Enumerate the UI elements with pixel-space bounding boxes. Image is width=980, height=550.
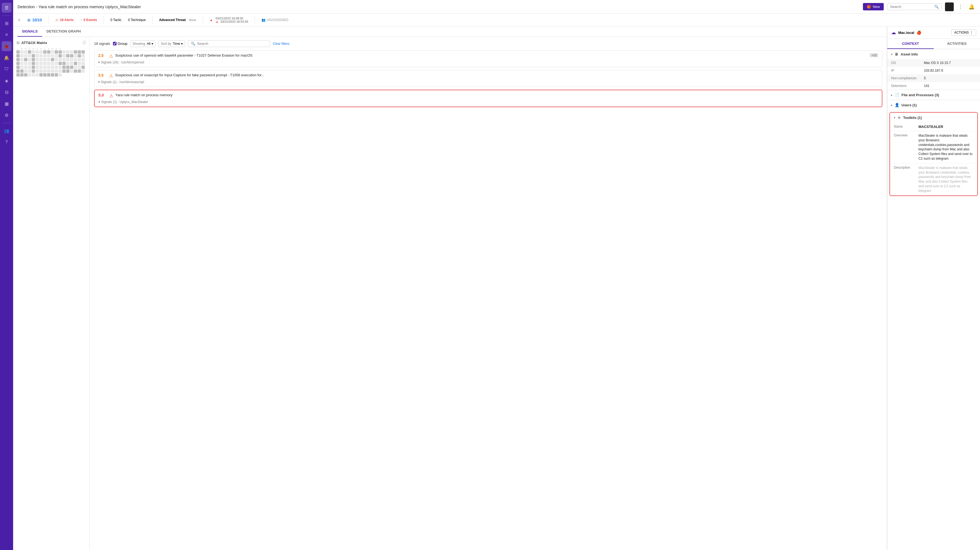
signals-toolbar: 18 signals Group Showing All ▾ Sort by: [94, 40, 882, 47]
showing-dropdown[interactable]: Showing All ▾: [130, 40, 156, 47]
sidebar-shield-icon[interactable]: 🛡: [2, 64, 11, 74]
os-label: OS: [891, 61, 924, 65]
matrix-cell: [16, 70, 20, 73]
group-checkbox[interactable]: [113, 42, 116, 45]
matrix-cell: [43, 50, 46, 54]
actions-label: ACTIONS: [954, 31, 969, 35]
search-input[interactable]: [890, 5, 933, 9]
tactic-item: 0 Tactic: [110, 18, 121, 22]
user-icon: 👤: [895, 103, 899, 107]
ml-p1: P: [24, 48, 27, 50]
matrix-cell: [24, 66, 27, 69]
score-icon: ⊕: [27, 17, 31, 23]
users-title: Users (1): [902, 103, 917, 107]
matrix-cell: [32, 50, 35, 54]
assigned-item: 👥 UNASSIGNED: [261, 18, 288, 22]
matrix-cell: [59, 66, 62, 69]
matrix-cell: [70, 66, 73, 69]
tab-signals[interactable]: SIGNALS: [18, 27, 42, 36]
technique-item: 0 Technique: [128, 18, 146, 22]
assigned-label: UNASSIGNED: [267, 18, 288, 22]
tk-overview-value: MacStealer is malware that steals your B…: [918, 133, 974, 161]
matrix-cell: [43, 58, 46, 61]
new-button[interactable]: 🎁 New: [863, 3, 884, 10]
actions-button[interactable]: ACTIONS ⋮: [951, 29, 976, 36]
tk-description-value: MacStealer is malware that steals your B…: [918, 166, 974, 193]
alerts-count: 18 Alerts: [60, 18, 73, 22]
tab-detection-graph[interactable]: DETECTION GRAPH: [42, 27, 85, 36]
matrix-header: ⊞ ATT&CK Matrix ⓘ: [16, 40, 86, 45]
signal-item-1[interactable]: 2.5 ⚠ Suspicious use of openssl with bas…: [94, 50, 882, 67]
sidebar-menu-icon[interactable]: ☰: [2, 3, 11, 13]
signal-3-expand-icon[interactable]: ▾: [99, 100, 100, 104]
matrix-cell: [59, 50, 62, 54]
matrix-cell: [74, 62, 77, 65]
os-value: Mac OS X 10.15.7: [924, 61, 951, 65]
signal-2-expand-icon[interactable]: ▾: [98, 80, 100, 84]
sidebar-bug-icon[interactable]: 🐞: [2, 41, 11, 51]
signal-1-warning-icon: ⚠: [109, 54, 113, 59]
tab-activities[interactable]: ACTIVITIES: [934, 39, 980, 49]
signals-count: 18 signals: [94, 41, 110, 46]
group-checkbox-label[interactable]: Group: [113, 41, 127, 46]
tk-description-row: Description MacStealer is malware that s…: [890, 163, 977, 195]
sort-value: Time: [173, 42, 180, 46]
sidebar-settings-icon[interactable]: ⚙: [2, 110, 11, 120]
signal-item-3[interactable]: 5.0 ⚠ Yara rule match on process memory …: [94, 90, 882, 107]
clear-filters-button[interactable]: Clear filters: [273, 42, 290, 46]
matrix-cell: [55, 66, 58, 69]
sort-label: Sort by: [161, 42, 171, 46]
matrix-info-icon[interactable]: ⓘ: [83, 40, 86, 45]
threat-label: Advanced Threat: [159, 18, 186, 22]
matrix-cell: [43, 54, 46, 57]
more-options-button[interactable]: ⋮: [957, 3, 964, 11]
sidebar-graph-icon[interactable]: ◈: [2, 76, 11, 86]
matrix-cell: [62, 58, 66, 61]
asset-info-header[interactable]: ▾ 🖥 Asset Info: [887, 49, 980, 59]
matrix-cell: [40, 54, 43, 57]
signals-search-input[interactable]: [197, 41, 267, 46]
refresh-icon[interactable]: ↺: [18, 18, 21, 22]
sort-dropdown[interactable]: Sort by Time ▾: [158, 40, 185, 47]
tab-context[interactable]: CONTEXT: [887, 39, 934, 49]
signals-search-box[interactable]: 🔍: [188, 40, 270, 47]
sidebar-dashboard-icon[interactable]: ⊞: [2, 18, 11, 28]
time-end-icon: ▲: [216, 20, 218, 23]
users-header[interactable]: ▸ 👤 Users (1): [887, 100, 980, 110]
header-search[interactable]: 🔍: [887, 3, 942, 10]
events-icon: ↑: [80, 18, 82, 22]
signal-1-expand-icon[interactable]: ▾: [98, 60, 100, 64]
threat-value: None: [189, 18, 196, 22]
ip-row: IP 103.82.187.6: [887, 67, 980, 74]
search-icon: 🔍: [934, 5, 939, 9]
matrix-cell: [32, 73, 35, 76]
file-processes-header[interactable]: ▸ 📄 File and Processes (3): [887, 90, 980, 100]
toolkits-header[interactable]: ▾ ☣ Toolkits (1): [890, 113, 977, 122]
toolkits-section: ▾ ☣ Toolkits (1) Name MACSTEALER Overvie…: [889, 112, 978, 196]
matrix-cell: [32, 62, 35, 65]
sidebar-list-icon[interactable]: ≡: [2, 30, 11, 40]
main-content: Detection - Yara rule match on process m…: [13, 0, 980, 550]
matrix-cell: [35, 73, 39, 76]
matrix-panel: ⊞ ATT&CK Matrix ⓘ I E P P D C D: [13, 37, 90, 550]
sidebar-users-icon[interactable]: 👥: [2, 126, 11, 136]
matrix-cell: [43, 66, 46, 69]
matrix-cell: [28, 73, 31, 76]
detections-label: Detections: [891, 84, 924, 88]
tk-description-label: Description: [894, 166, 918, 193]
signal-3-score: 5.0: [99, 93, 107, 97]
notifications-button[interactable]: 🔔: [967, 3, 975, 11]
sidebar-layout-icon[interactable]: ⊟: [2, 87, 11, 97]
matrix-cell: [24, 73, 27, 76]
ml-d: D: [32, 48, 35, 50]
sidebar-bell-icon[interactable]: 🔔: [2, 53, 11, 63]
matrix-cell: [74, 66, 77, 69]
sidebar-barchart-icon[interactable]: ▦: [2, 99, 11, 109]
time-item: ▲ 03/21/2023 18:38:30 ▲ 03/21/2023 18:53…: [210, 17, 248, 23]
signal-item-2[interactable]: 3.5 ⚠ Suspicious use of osascript for In…: [94, 70, 882, 87]
sidebar-help-icon[interactable]: ?: [2, 137, 11, 147]
toolkits-title: Toolkits (1): [903, 116, 922, 120]
showing-label: Showing: [133, 42, 145, 46]
matrix-cell: [59, 73, 62, 76]
matrix-cell: [35, 54, 39, 57]
